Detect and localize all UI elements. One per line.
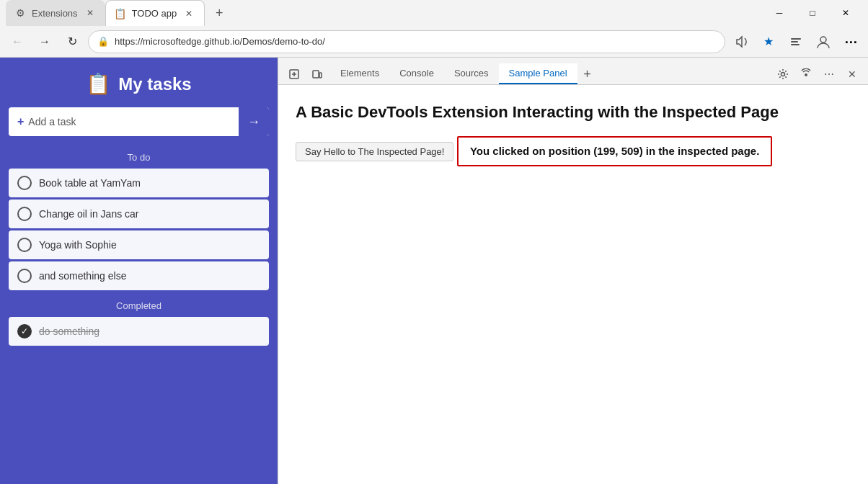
- add-task-button[interactable]: →: [239, 107, 269, 136]
- devtools-tab-icons: [284, 64, 327, 84]
- devtools-close-icon[interactable]: ✕: [842, 64, 862, 84]
- profile-button[interactable]: [812, 30, 835, 53]
- favorites-button[interactable]: ★: [757, 30, 780, 53]
- todo-checkbox-3[interactable]: [17, 238, 32, 252]
- svg-rect-1: [791, 41, 798, 42]
- list-item[interactable]: Yoga with Sophie: [9, 230, 269, 259]
- todo-checkbox-1[interactable]: [17, 176, 32, 190]
- read-aloud-button[interactable]: [730, 30, 753, 53]
- add-plus-icon: +: [17, 115, 24, 128]
- extensions-tab-icon: ⚙: [14, 7, 26, 19]
- todo-item-label-4: and something else: [39, 270, 126, 282]
- devtools-tabs-bar: Elements Console Sources Sample Panel +: [278, 58, 868, 85]
- devtools-inspect-icon[interactable]: [284, 64, 304, 84]
- todo-item-label-3: Yoga with Sophie: [39, 239, 117, 251]
- todo-title: My tasks: [118, 74, 191, 94]
- forward-button[interactable]: →: [33, 30, 56, 53]
- devtools-heading: A Basic DevTools Extension Interacting w…: [296, 102, 851, 123]
- tab-todo[interactable]: 📋 TODO app ✕: [105, 0, 205, 26]
- tab-extensions[interactable]: ⚙ Extensions ✕: [6, 0, 105, 26]
- list-item[interactable]: Book table at YamYam: [9, 169, 269, 197]
- browser-frame: ⚙ Extensions ✕ 📋 TODO app ✕ + ─ □ ✕ ← → …: [0, 0, 868, 484]
- todo-list: Book table at YamYam Change oil in Jans …: [0, 169, 278, 290]
- more-options-button[interactable]: ⋯: [839, 30, 862, 53]
- close-button[interactable]: ✕: [829, 0, 862, 26]
- devtools-tab-console[interactable]: Console: [389, 63, 444, 84]
- refresh-button[interactable]: ↻: [61, 30, 84, 53]
- todo-item-label-1: Book table at YamYam: [39, 177, 141, 189]
- todo-header: 📋 My tasks: [0, 58, 278, 107]
- maximize-button[interactable]: □: [796, 0, 829, 26]
- todo-header-icon: 📋: [86, 72, 111, 96]
- hello-button[interactable]: Say Hello to The Inspected Page!: [296, 142, 453, 161]
- todo-tab-close[interactable]: ✕: [182, 7, 195, 20]
- address-url: https://microsoftedge.github.io/Demos/de…: [115, 36, 716, 47]
- tab-search-button[interactable]: [784, 30, 807, 53]
- completed-section-label: Completed: [0, 290, 278, 317]
- todo-tab-icon: 📋: [115, 8, 126, 19]
- devtools-panel: Elements Console Sources Sample Panel +: [278, 58, 868, 484]
- devtools-tab-sources[interactable]: Sources: [444, 63, 499, 84]
- svg-rect-6: [319, 73, 322, 78]
- list-item[interactable]: and something else: [9, 261, 269, 290]
- back-button[interactable]: ←: [6, 30, 29, 53]
- svg-rect-2: [791, 44, 800, 45]
- devtools-tab-elements[interactable]: Elements: [330, 63, 389, 84]
- extensions-tab-close[interactable]: ✕: [84, 6, 97, 19]
- completed-list: do something: [0, 317, 278, 346]
- svg-point-7: [781, 73, 785, 76]
- list-item[interactable]: do something: [9, 317, 269, 346]
- todo-section-label: To do: [0, 148, 278, 169]
- address-actions: ★ ⋯: [730, 30, 862, 53]
- title-bar: ⚙ Extensions ✕ 📋 TODO app ✕ + ─ □ ✕: [0, 0, 868, 26]
- devtools-tab-sample-panel[interactable]: Sample Panel: [499, 63, 577, 84]
- completed-item-label-1: do something: [39, 326, 99, 337]
- todo-checkbox-2[interactable]: [17, 207, 32, 221]
- completed-checkbox-1[interactable]: [17, 324, 32, 339]
- devtools-tab-new[interactable]: +: [577, 64, 598, 84]
- click-message-box: You clicked on position (199, 509) in th…: [457, 136, 772, 166]
- minimize-button[interactable]: ─: [763, 0, 796, 26]
- add-task-label: + Add a task: [9, 108, 239, 135]
- devtools-tab-controls: ⋯ ✕: [773, 64, 862, 84]
- svg-point-8: [805, 73, 807, 76]
- svg-rect-0: [791, 38, 801, 40]
- click-message-text: You clicked on position (199, 509) in th…: [470, 145, 759, 157]
- add-arrow-icon: →: [247, 115, 260, 130]
- add-task-text: Add a task: [28, 116, 76, 127]
- todo-tab-label: TODO app: [132, 8, 177, 19]
- window-controls: ─ □ ✕: [763, 0, 862, 26]
- extensions-tab-label: Extensions: [32, 8, 78, 19]
- address-input[interactable]: 🔒 https://microsoftedge.github.io/Demos/…: [88, 30, 725, 53]
- devtools-more-icon[interactable]: ⋯: [819, 64, 839, 84]
- new-tab-button[interactable]: +: [208, 1, 231, 24]
- devtools-broadcast-icon[interactable]: [796, 64, 816, 84]
- todo-item-label-2: Change oil in Jans car: [39, 208, 139, 220]
- devtools-content: A Basic DevTools Extension Interacting w…: [278, 85, 868, 484]
- svg-rect-5: [313, 71, 319, 78]
- address-bar: ← → ↻ 🔒 https://microsoftedge.github.io/…: [0, 26, 868, 58]
- svg-point-3: [820, 37, 826, 42]
- add-task-row[interactable]: + Add a task →: [9, 107, 269, 136]
- list-item[interactable]: Change oil in Jans car: [9, 200, 269, 228]
- todo-checkbox-4[interactable]: [17, 269, 32, 283]
- main-content: 📋 My tasks + Add a task → To do Book tab…: [0, 58, 868, 484]
- devtools-device-icon[interactable]: [307, 64, 327, 84]
- lock-icon: 🔒: [97, 36, 109, 47]
- todo-panel: 📋 My tasks + Add a task → To do Book tab…: [0, 58, 278, 484]
- devtools-settings-icon[interactable]: [773, 64, 793, 84]
